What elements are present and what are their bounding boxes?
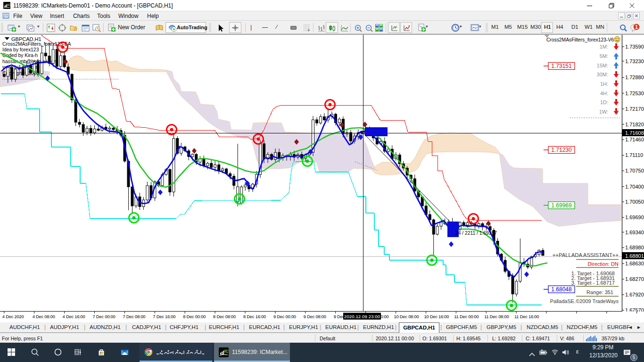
svg-text:1: 1 bbox=[635, 25, 638, 30]
svg-text:1.68270: 1.68270 bbox=[625, 276, 644, 282]
svg-text:1.71608: 1.71608 bbox=[625, 130, 644, 136]
svg-text:4 Dec 08:00: 4 Dec 08:00 bbox=[33, 314, 55, 319]
svg-text:PalladaSE.©2009 TradeWays: PalladaSE.©2009 TradeWays bbox=[550, 298, 619, 304]
svg-text:1.68980: 1.68980 bbox=[625, 245, 644, 250]
svg-text:2020.12.09 23:00: 2020.12.09 23:00 bbox=[344, 314, 380, 319]
svg-text:1.73151: 1.73151 bbox=[551, 63, 572, 69]
svg-text:8 Dec 00:00: 8 Dec 00:00 bbox=[183, 314, 206, 319]
svg-text:8 Dec 16:00: 8 Dec 16:00 bbox=[243, 314, 266, 319]
svg-text:1.72880: 1.72880 bbox=[625, 74, 644, 80]
svg-text:1D:: 1D: bbox=[600, 99, 608, 105]
svg-text:1.70400: 1.70400 bbox=[625, 184, 644, 189]
svg-text:4H:: 4H: bbox=[600, 90, 608, 96]
svg-text:Range: 351: Range: 351 bbox=[586, 289, 613, 295]
svg-text:1.71230: 1.71230 bbox=[551, 147, 572, 153]
svg-text:Coded by Kira-h: Coded by Kira-h bbox=[2, 53, 38, 58]
svg-text:9 Dec 08:00: 9 Dec 08:00 bbox=[304, 314, 326, 319]
svg-text:1.67920: 1.67920 bbox=[625, 292, 644, 297]
svg-text:1H:: 1H: bbox=[600, 81, 608, 87]
svg-text:11 Dec 00:00: 11 Dec 00:00 bbox=[454, 314, 479, 319]
svg-text:30M:: 30M: bbox=[597, 72, 608, 77]
svg-text:IC: IC bbox=[8, 3, 11, 7]
svg-text:1.71110: 1.71110 bbox=[625, 152, 643, 158]
svg-text:1.73230: 1.73230 bbox=[625, 58, 644, 64]
svg-text:3. Target - 1.68717: 3. Target - 1.68717 bbox=[571, 280, 615, 286]
svg-text:7 Dec 16:00: 7 Dec 16:00 bbox=[153, 314, 175, 319]
svg-text:IC: IC bbox=[224, 349, 229, 354]
svg-text:1.70050: 1.70050 bbox=[625, 199, 644, 205]
svg-text:1M:: 1M: bbox=[600, 44, 608, 49]
svg-text:1.68048: 1.68048 bbox=[551, 286, 572, 293]
svg-text:Cross2MAsFilters_forex123-V6: Cross2MAsFilters_forex123-V6 bbox=[546, 37, 614, 42]
svg-text:1.72170: 1.72170 bbox=[625, 106, 644, 112]
svg-text:1.72530: 1.72530 bbox=[625, 90, 644, 96]
svg-text:Direction: DN: Direction: DN bbox=[588, 261, 619, 267]
svg-text:4 Dec 2020: 4 Dec 2020 bbox=[2, 314, 24, 319]
svg-text:1.69340: 1.69340 bbox=[625, 230, 644, 235]
svg-text:1.71460: 1.71460 bbox=[625, 137, 644, 142]
svg-text:F: F bbox=[308, 29, 310, 32]
svg-text:8 Dec 08:00: 8 Dec 08:00 bbox=[213, 314, 236, 319]
svg-text:1.68801: 1.68801 bbox=[625, 253, 644, 259]
svg-text:1W:: 1W: bbox=[599, 109, 608, 115]
svg-text:1.69969: 1.69969 bbox=[551, 202, 572, 209]
svg-text:10 Dec 08:00: 10 Dec 08:00 bbox=[394, 314, 419, 319]
svg-text:24 / 2211 / 1.69397: 24 / 2211 / 1.69397 bbox=[455, 230, 497, 236]
svg-text:15M:: 15M: bbox=[597, 63, 608, 68]
svg-text:1.68630: 1.68630 bbox=[625, 261, 644, 266]
svg-text:1.73590: 1.73590 bbox=[625, 44, 644, 49]
svg-text:10 Dec 16:00: 10 Dec 16:00 bbox=[424, 314, 449, 319]
svg-text:5M:: 5M: bbox=[600, 53, 608, 59]
svg-text:4 Dec 16:00: 4 Dec 16:00 bbox=[63, 314, 85, 319]
svg-text:++PALLADA ASSISTANT++: ++PALLADA ASSISTANT++ bbox=[553, 252, 619, 258]
svg-text:9 Dec 00:00: 9 Dec 00:00 bbox=[273, 314, 296, 319]
svg-text:1.70750: 1.70750 bbox=[625, 168, 644, 173]
svg-text:7 Dec 00:00: 7 Dec 00:00 bbox=[93, 314, 116, 319]
svg-text:1.69690: 1.69690 bbox=[625, 214, 644, 220]
svg-text:Idea by forex123: Idea by forex123 bbox=[2, 47, 39, 52]
svg-text:11 Dec 16:00: 11 Dec 16:00 bbox=[514, 314, 539, 319]
svg-text:11 Dec 08:00: 11 Dec 08:00 bbox=[484, 314, 509, 319]
svg-text:1.71820: 1.71820 bbox=[625, 122, 644, 127]
svg-text:7 Dec 08:00: 7 Dec 08:00 bbox=[123, 314, 145, 319]
